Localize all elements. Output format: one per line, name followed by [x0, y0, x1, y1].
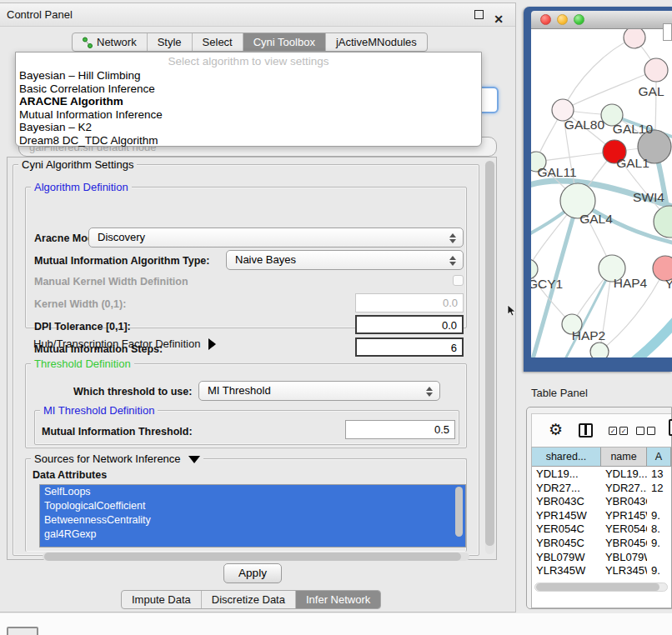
dropdown-item[interactable]: Bayesian – K2: [16, 121, 481, 134]
table-cell: [647, 495, 671, 509]
network-overlay-stub[interactable]: [663, 23, 672, 41]
tab-jactivemnodules[interactable]: jActiveMNodules: [326, 33, 427, 51]
table-header-row: shared...nameA: [532, 448, 671, 467]
network-node-label: GAL4: [579, 212, 613, 226]
table-horizontal-scrollbar[interactable]: [534, 582, 668, 592]
network-node[interactable]: [590, 342, 609, 358]
table-cell: YDL19...: [532, 468, 601, 482]
hub-definition-toggle[interactable]: Hub/Transcription Factor Definition: [33, 338, 216, 350]
kernel-width-field[interactable]: 0.0: [355, 293, 464, 312]
table-column-header[interactable]: A: [647, 448, 671, 466]
attribute-item[interactable]: BetweennessCentrality: [40, 513, 465, 528]
attribute-item[interactable]: SelfLoops: [40, 485, 465, 499]
dropdown-item[interactable]: ARACNE Algorithm: [16, 95, 481, 108]
table-cell: YDR27...: [601, 482, 647, 496]
stepper-arrows-icon: [449, 232, 456, 245]
table-row[interactable]: YLR345WYLR345W9.: [532, 564, 671, 578]
network-node-label: HAP2: [572, 328, 606, 342]
close-icon[interactable]: ✕: [494, 8, 504, 31]
mi-threshold-field[interactable]: 0.5: [345, 420, 455, 439]
attribute-item[interactable]: gal4RGexp: [40, 528, 465, 542]
which-threshold-combo[interactable]: MI Threshold: [198, 381, 440, 401]
table-row[interactable]: YPR145WYPR145W9.: [532, 509, 671, 523]
tab-network[interactable]: Network: [73, 33, 148, 51]
network-node[interactable]: [624, 29, 645, 48]
network-node-label: GAL1: [616, 156, 649, 170]
gear-icon[interactable]: ⚙: [549, 422, 563, 438]
settings-vertical-scrollbar[interactable]: [485, 161, 494, 554]
tab-cyni-toolbox[interactable]: Cyni Toolbox: [243, 33, 326, 51]
apply-button[interactable]: Apply: [223, 563, 282, 583]
table-toolbar: ⚙ ✓✓: [531, 413, 671, 447]
attributes-horizontal-scrollbar[interactable]: [43, 552, 469, 561]
table-cell: YER054C: [532, 522, 601, 537]
minimized-panel-chip[interactable]: [7, 627, 38, 635]
attribute-item[interactable]: TopologicalCoefficient: [40, 499, 465, 513]
attributes-vertical-scrollbar[interactable]: [455, 487, 463, 547]
new-table-icon[interactable]: [669, 419, 672, 436]
mouse-cursor: [507, 305, 517, 317]
minimize-traffic-light-icon[interactable]: [557, 14, 568, 25]
tab-discretize-data[interactable]: Discretize Data: [202, 591, 296, 608]
bottom-strip: [0, 613, 672, 635]
algorithm-dropdown-popup: Select algorithm to view settings Bayesi…: [15, 52, 482, 147]
table-row[interactable]: YDL19...YDL19...13: [532, 468, 671, 482]
aracne-mode-combo[interactable]: Discovery: [88, 228, 464, 248]
table-row[interactable]: YER054CYER054C8.: [532, 522, 671, 537]
network-window-titlebar[interactable]: [531, 11, 672, 29]
manual-kernel-checkbox[interactable]: [453, 275, 464, 286]
tab-label: Discretize Data: [212, 591, 285, 608]
settings-scroll-area: Cyni Algorithm Settings Algorithm Defini…: [7, 157, 497, 560]
stepper-arrows-icon: [425, 385, 433, 398]
table-cell: YBL079W: [532, 551, 601, 565]
data-attributes-list[interactable]: SelfLoopsTopologicalCoefficientBetweenne…: [39, 484, 466, 548]
tab-impute-data[interactable]: Impute Data: [122, 591, 202, 608]
close-traffic-light-icon[interactable]: [540, 14, 551, 25]
tab-label: Cyni Toolbox: [253, 33, 315, 51]
float-window-icon[interactable]: [474, 10, 484, 19]
table-row[interactable]: YBR045CYBR045C9.: [532, 537, 671, 551]
columns-icon[interactable]: [579, 423, 593, 438]
table-row[interactable]: YBL079WYBL079W: [532, 551, 671, 565]
network-window[interactable]: GALGAL80GAL10GAL1GAL11GAL4SWI4GCY1HAP4YH…: [524, 7, 672, 372]
network-node-gal[interactable]: [644, 58, 668, 82]
table-row[interactable]: YBR043CYBR043C: [532, 495, 671, 509]
mi-type-combo[interactable]: Naive Bayes: [226, 250, 464, 270]
table-cell: YPR145W: [532, 509, 601, 523]
table-cell: 9.: [647, 564, 671, 578]
mi-threshold-definition-title: MI Threshold Definition: [40, 404, 158, 417]
deselect-all-columns-icon[interactable]: [636, 427, 655, 435]
table-row[interactable]: YDR27...YDR27...12: [532, 482, 671, 496]
dropdown-item[interactable]: Basic Correlation Inference: [16, 82, 481, 96]
tab-select[interactable]: Select: [193, 33, 243, 51]
dropdown-item[interactable]: Dream8 DC_TDC Algorithm: [16, 134, 481, 148]
select-all-columns-icon[interactable]: ✓✓: [609, 427, 628, 435]
node-table: shared...nameA YDL19...YDL19...13YDR27..…: [531, 447, 671, 608]
dropdown-item[interactable]: Bayesian – Hill Climbing: [16, 69, 481, 82]
table-row[interactable]: YIL052CYIL052C9: [532, 578, 671, 580]
mi-threshold-label: Mutual Information Threshold:: [42, 426, 193, 438]
table-body: YDL19...YDL19...13YDR27...YDR27...12YBR0…: [532, 468, 671, 580]
table-column-header[interactable]: name: [601, 448, 647, 466]
table-cell: YIL052C: [532, 578, 601, 580]
hub-definition-label: Hub/Transcription Factor Definition: [33, 338, 200, 350]
table-cell: 9.: [647, 509, 671, 523]
table-column-header[interactable]: shared...: [532, 448, 601, 466]
data-attributes-label: Data Attributes: [33, 469, 107, 481]
tab-infer-network[interactable]: Infer Network: [296, 591, 380, 608]
mi-steps-field[interactable]: 6: [355, 338, 464, 357]
network-node-label: GCY1: [531, 277, 563, 291]
screen: Control Panel ✕ NetworkStyleSelectCyni T…: [0, 0, 672, 635]
mi-threshold-definition-group: MI Threshold Definition Mutual Informati…: [34, 410, 459, 445]
dropdown-item[interactable]: Mutual Information Inference: [16, 108, 481, 122]
dpi-tolerance-label: DPI Tolerance [0,1]:: [34, 321, 131, 332]
tab-style[interactable]: Style: [148, 33, 193, 51]
dpi-tolerance-field[interactable]: 0.0: [355, 315, 464, 334]
network-node-swi4[interactable]: [654, 206, 672, 238]
zoom-traffic-light-icon[interactable]: [574, 14, 584, 25]
table-cell: YDL19...: [601, 468, 647, 482]
network-graph: GALGAL80GAL10GAL1GAL11GAL4SWI4GCY1HAP4YH…: [531, 29, 672, 358]
network-canvas[interactable]: GALGAL80GAL10GAL1GAL11GAL4SWI4GCY1HAP4YH…: [531, 29, 672, 358]
tab-label: Infer Network: [306, 591, 370, 608]
sources-group-title[interactable]: Sources for Network Inference: [31, 452, 203, 465]
